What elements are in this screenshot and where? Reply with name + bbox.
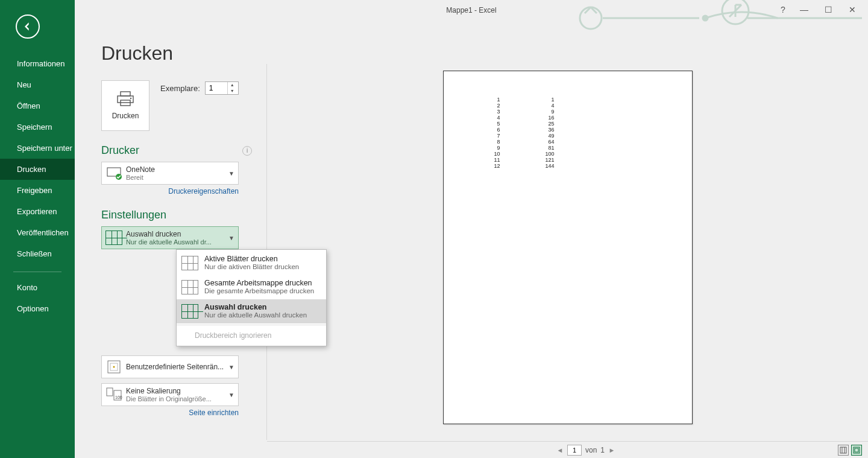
title-bar: Mappe1 - Excel ? — ☐ ✕ xyxy=(75,0,868,22)
option-sub: Die gesamte Arbeitsmappe drucken xyxy=(204,287,314,294)
sidebar-item-speichern-unter[interactable]: Speichern unter xyxy=(0,138,75,159)
page-number-input[interactable] xyxy=(567,445,582,456)
svg-rect-3 xyxy=(121,92,130,96)
margins-icon xyxy=(104,358,124,376)
sidebar-item-informationen[interactable]: Informationen xyxy=(0,53,75,74)
scaling-icon: 100 xyxy=(104,386,124,404)
total-pages: 1 xyxy=(600,446,605,454)
back-button[interactable] xyxy=(16,14,40,39)
grid-selected-icon xyxy=(104,229,124,247)
margins-dropdown[interactable]: Benutzerdefinierte Seitenrän... ▼ xyxy=(101,355,239,378)
print-preview: 112439416525636749864981101001112112144 xyxy=(267,22,868,441)
grid-selected-icon xyxy=(181,304,200,320)
settings-heading: Einstellungen xyxy=(101,209,166,221)
grid-icon xyxy=(181,256,200,272)
svg-rect-15 xyxy=(840,447,846,453)
prev-page-button[interactable]: ◄ xyxy=(556,447,564,454)
printer-icon xyxy=(116,91,134,107)
chevron-down-icon: ▼ xyxy=(227,392,236,398)
sidebar-item-drucken[interactable]: Drucken xyxy=(0,159,75,180)
scope-sub: Nur die aktuelle Auswahl dr... xyxy=(126,238,227,246)
sidebar-item-oeffnen[interactable]: Öffnen xyxy=(0,95,75,116)
show-margins-button[interactable] xyxy=(838,445,849,456)
printer-heading: Drucker xyxy=(101,144,139,157)
backstage-sidebar: Informationen Neu Öffnen Speichern Speic… xyxy=(0,0,75,458)
scaling-title: Keine Skalierung xyxy=(126,387,227,395)
option-title: Aktive Blätter drucken xyxy=(204,255,299,263)
maximize-button[interactable]: ☐ xyxy=(816,2,840,17)
sidebar-item-schliessen[interactable]: Schließen xyxy=(0,243,75,264)
option-sub: Nur die aktiven Blätter drucken xyxy=(204,263,299,270)
svg-point-6 xyxy=(130,98,131,99)
next-page-button[interactable]: ► xyxy=(608,447,615,454)
copies-down[interactable]: ▼ xyxy=(228,88,237,94)
chevron-down-icon: ▼ xyxy=(227,170,236,177)
sidebar-divider xyxy=(13,272,61,272)
sidebar-item-konto[interactable]: Konto xyxy=(0,277,75,298)
page-title: Drucken xyxy=(101,42,254,65)
copies-label: Exemplare: xyxy=(160,84,200,93)
print-button[interactable]: Drucken xyxy=(101,80,149,131)
printer-info-icon[interactable]: i xyxy=(242,146,252,156)
scope-option-entire-workbook[interactable]: Gesamte Arbeitsmappe drucken Die gesamte… xyxy=(177,275,326,299)
scope-option-active-sheets[interactable]: Aktive Blätter drucken Nur die aktiven B… xyxy=(177,251,326,275)
help-button[interactable]: ? xyxy=(774,2,792,17)
printer-properties-link[interactable]: Druckereigenschaften xyxy=(101,187,239,196)
preview-data: 112439416525636749864981101001112112144 xyxy=(474,97,555,169)
of-label: von xyxy=(585,446,597,454)
print-scope-dropdown-panel: Aktive Blätter drucken Nur die aktiven B… xyxy=(176,249,327,346)
sidebar-item-speichern[interactable]: Speichern xyxy=(0,116,75,138)
scaling-dropdown[interactable]: 100 Keine Skalierung Die Blätter in Orig… xyxy=(101,383,239,406)
preview-footer: ◄ von 1 ► xyxy=(267,441,868,458)
printer-name: OneNote xyxy=(126,165,227,174)
close-button[interactable]: ✕ xyxy=(840,2,864,17)
print-button-label: Drucken xyxy=(112,112,139,120)
preview-page: 112439416525636749864981101001112112144 xyxy=(443,71,693,424)
chevron-down-icon: ▼ xyxy=(227,364,236,371)
scope-ignore-print-area: Druckbereich ignorieren xyxy=(177,326,326,346)
window-title: Mappe1 - Excel xyxy=(446,6,496,14)
minimize-button[interactable]: — xyxy=(792,2,816,17)
dropdown-separator xyxy=(177,325,326,325)
svg-rect-4 xyxy=(118,96,133,103)
option-title: Gesamte Arbeitsmappe drucken xyxy=(204,279,314,287)
margins-title: Benutzerdefinierte Seitenrän... xyxy=(126,363,227,371)
sidebar-item-optionen[interactable]: Optionen xyxy=(0,298,75,319)
chevron-down-icon: ▼ xyxy=(227,235,236,241)
copies-up[interactable]: ▲ xyxy=(228,82,237,88)
sidebar-item-exportieren[interactable]: Exportieren xyxy=(0,201,75,222)
page-setup-link[interactable]: Seite einrichten xyxy=(101,409,239,417)
grid-icon xyxy=(181,280,200,296)
printer-dropdown[interactable]: OneNote Bereit ▼ xyxy=(101,162,239,185)
copies-input[interactable] xyxy=(206,82,227,94)
scope-title: Auswahl drucken xyxy=(126,230,227,238)
sidebar-item-veroeffentlichen[interactable]: Veröffentlichen xyxy=(0,222,75,243)
svg-point-11 xyxy=(113,366,115,368)
svg-rect-19 xyxy=(855,448,858,452)
printer-status: Bereit xyxy=(126,174,227,181)
copies-spinner[interactable]: ▲ ▼ xyxy=(205,81,239,95)
svg-text:100: 100 xyxy=(115,395,122,399)
zoom-to-page-button[interactable] xyxy=(851,445,862,456)
option-title: Auswahl drucken xyxy=(204,303,307,311)
scope-option-selection[interactable]: Auswahl drucken Nur die aktuelle Auswahl… xyxy=(177,299,326,323)
scaling-sub: Die Blätter in Originalgröße... xyxy=(126,395,227,402)
sidebar-item-freigeben[interactable]: Freigeben xyxy=(0,180,75,201)
sidebar-item-neu[interactable]: Neu xyxy=(0,74,75,95)
printer-status-icon xyxy=(104,164,124,182)
print-scope-dropdown[interactable]: Auswahl drucken Nur die aktuelle Auswahl… xyxy=(101,226,239,249)
svg-rect-12 xyxy=(107,388,113,396)
option-sub: Nur die aktuelle Auswahl drucken xyxy=(204,311,307,319)
